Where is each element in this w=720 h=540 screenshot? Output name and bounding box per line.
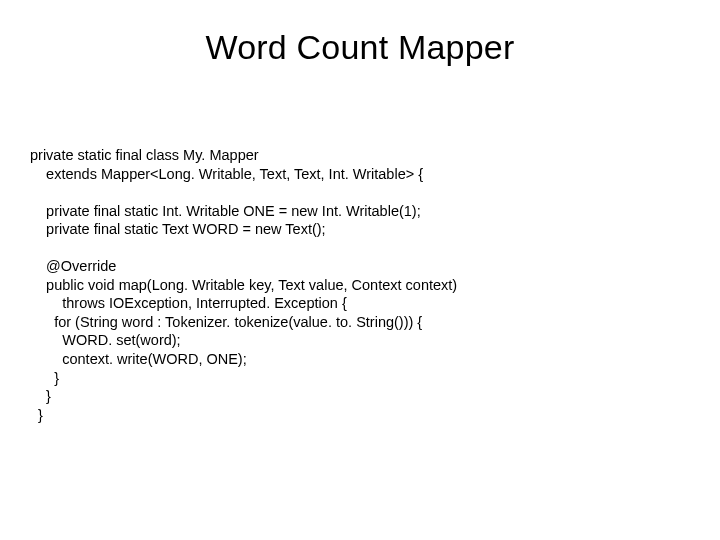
code-line: } [30, 407, 43, 423]
code-line: private final static Text WORD = new Tex… [30, 221, 326, 237]
code-line: context. write(WORD, ONE); [30, 351, 247, 367]
code-block: private static final class My. Mapper ex… [30, 146, 457, 424]
code-line: WORD. set(word); [30, 332, 181, 348]
code-line: extends Mapper<Long. Writable, Text, Tex… [30, 166, 423, 182]
code-line: @Override [30, 258, 116, 274]
code-line: for (String word : Tokenizer. tokenize(v… [30, 314, 422, 330]
slide: Word Count Mapper private static final c… [0, 0, 720, 540]
code-line: private static final class My. Mapper [30, 147, 259, 163]
code-line: } [30, 370, 59, 386]
code-line: public void map(Long. Writable key, Text… [30, 277, 457, 293]
code-line: private final static Int. Writable ONE =… [30, 203, 421, 219]
code-line: } [30, 388, 51, 404]
code-line: throws IOException, Interrupted. Excepti… [30, 295, 347, 311]
slide-title: Word Count Mapper [0, 28, 720, 67]
